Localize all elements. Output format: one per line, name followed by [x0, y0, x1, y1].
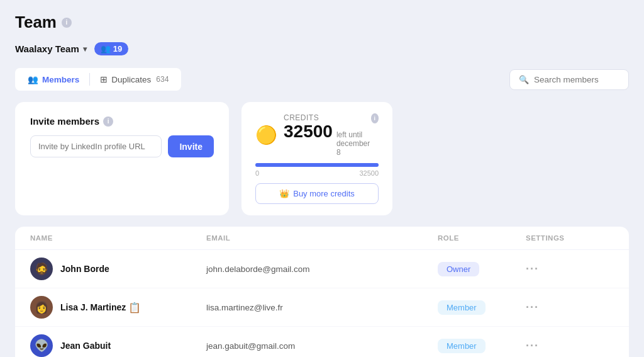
- role-badge: Member: [438, 339, 486, 353]
- table-body: 🧔 John Borde john.delaborde@gmail.com Ow…: [15, 250, 629, 357]
- tabs-row: 👥 Members ⊞ Duplicates 634 🔍: [15, 68, 629, 91]
- credits-card: 🟡 CREDITS 32500 left until december 8 i: [242, 102, 392, 215]
- avatar: 🧔: [30, 258, 53, 280]
- member-role: Owner: [438, 262, 526, 276]
- credits-amount: 32500: [284, 122, 333, 142]
- tab-members[interactable]: 👥 Members: [19, 71, 88, 88]
- member-email: lisa.martinez@live.fr: [206, 303, 438, 312]
- role-badge: Member: [438, 300, 486, 315]
- member-role: Member: [438, 339, 526, 353]
- invite-info-icon[interactable]: i: [103, 116, 113, 127]
- credits-bar-max: 32500: [359, 169, 379, 177]
- table-row: 🧔 John Borde john.delaborde@gmail.com Ow…: [15, 250, 629, 288]
- invite-form: Invite: [30, 135, 214, 157]
- col-spacer: [601, 234, 614, 242]
- duplicates-count: 634: [156, 75, 169, 84]
- credits-icon-area: 🟡 CREDITS 32500 left until december 8: [255, 113, 371, 157]
- table-header: NAME EMAIL ROLE SETTINGS: [15, 227, 629, 250]
- table-row: 👩 Lisa J. Martinez 📋 lisa.martinez@live.…: [15, 288, 629, 327]
- settings-menu-button[interactable]: ···: [526, 301, 601, 314]
- member-name: Lisa J. Martinez 📋: [60, 302, 141, 314]
- search-box[interactable]: 🔍: [509, 69, 629, 90]
- col-name: NAME: [30, 234, 206, 242]
- member-count-badge: 👥 19: [94, 42, 128, 55]
- team-name: Waalaxy Team: [15, 43, 79, 54]
- col-settings: SETTINGS: [526, 234, 601, 242]
- duplicates-tab-label: Duplicates: [111, 75, 151, 84]
- credits-info: CREDITS 32500 left until december 8: [284, 113, 371, 157]
- cards-row: Invite members i Invite 🟡 CREDITS 32500 …: [15, 102, 629, 215]
- buy-credits-button[interactable]: 👑 Buy more credits: [255, 183, 379, 204]
- member-icon: 👥: [101, 44, 111, 54]
- member-email: john.delaborde@gmail.com: [206, 264, 438, 274]
- member-name: John Borde: [60, 264, 109, 274]
- avatar: 👩: [30, 296, 53, 319]
- avatar: 👽: [30, 334, 53, 357]
- invite-button[interactable]: Invite: [168, 135, 214, 157]
- col-role: ROLE: [438, 234, 526, 242]
- search-input[interactable]: [534, 75, 619, 84]
- credits-label: CREDITS: [284, 113, 371, 122]
- settings-menu-button[interactable]: ···: [526, 263, 601, 276]
- credits-bar-container: [255, 163, 379, 167]
- table-row: 👽 Jean Gabuit jean.gabuit@gmail.com Memb…: [15, 327, 629, 357]
- chevron-down-icon: ▾: [83, 45, 87, 54]
- members-icon: 👥: [28, 74, 38, 84]
- credits-subtext: left until december 8: [336, 130, 371, 157]
- buy-credits-icon: 👑: [279, 189, 289, 198]
- role-badge: Owner: [438, 262, 479, 276]
- coin-icon: 🟡: [255, 125, 277, 145]
- invite-input[interactable]: [30, 135, 162, 157]
- credits-header: 🟡 CREDITS 32500 left until december 8 i: [255, 113, 379, 157]
- credits-bar-labels: 0 32500: [255, 169, 379, 177]
- tabs-container: 👥 Members ⊞ Duplicates 634: [15, 68, 181, 91]
- page-info-icon[interactable]: i: [62, 18, 72, 28]
- page-header: Team i: [15, 13, 629, 32]
- credits-info-icon[interactable]: i: [371, 113, 379, 123]
- invite-card: Invite members i Invite: [15, 102, 229, 215]
- members-table: NAME EMAIL ROLE SETTINGS 🧔 John Borde jo…: [15, 227, 629, 357]
- page-title: Team: [15, 13, 57, 32]
- subheader-row: Waalaxy Team ▾ 👥 19: [15, 42, 629, 55]
- credits-bar-fill: [255, 163, 379, 167]
- duplicates-icon: ⊞: [100, 74, 108, 84]
- tab-divider: [89, 73, 90, 86]
- team-selector[interactable]: Waalaxy Team ▾: [15, 43, 87, 54]
- invite-title: Invite members i: [30, 116, 214, 127]
- search-icon: 🔍: [519, 75, 529, 84]
- members-tab-label: Members: [42, 75, 79, 84]
- member-name-cell: 👩 Lisa J. Martinez 📋: [30, 296, 206, 319]
- member-email: jean.gabuit@gmail.com: [206, 341, 438, 351]
- settings-menu-button[interactable]: ···: [526, 339, 601, 353]
- invite-title-text: Invite members: [30, 116, 99, 127]
- credits-bar-min: 0: [255, 169, 259, 177]
- tab-duplicates[interactable]: ⊞ Duplicates 634: [91, 71, 177, 88]
- buy-credits-label: Buy more credits: [293, 189, 355, 198]
- member-name-cell: 👽 Jean Gabuit: [30, 334, 206, 357]
- member-count: 19: [113, 44, 122, 54]
- col-email: EMAIL: [206, 234, 438, 242]
- page-container: Team i Waalaxy Team ▾ 👥 19 👥 Members ⊞ D…: [0, 0, 644, 357]
- member-name-cell: 🧔 John Borde: [30, 258, 206, 280]
- member-name: Jean Gabuit: [60, 341, 111, 351]
- linkedin-icon: 📋: [128, 302, 141, 314]
- credits-bar-bg: [255, 163, 379, 167]
- member-role: Member: [438, 300, 526, 315]
